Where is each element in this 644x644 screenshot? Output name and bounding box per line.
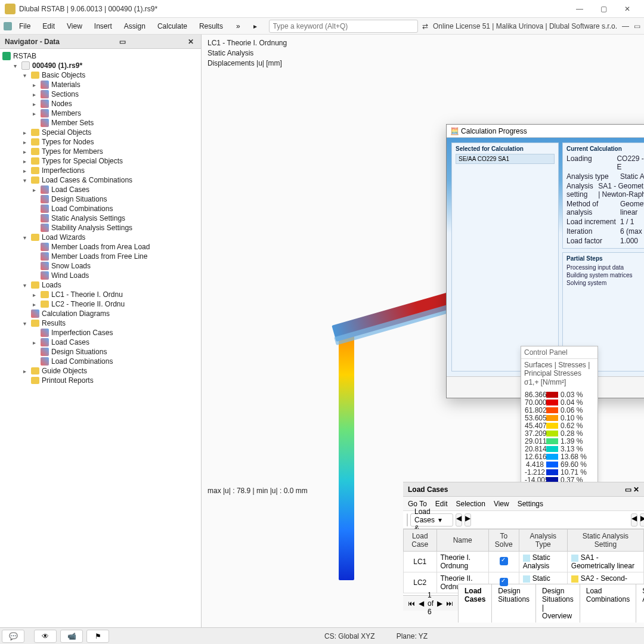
tree-item[interactable]: ▸Materials [1, 80, 200, 89]
toggle-icon[interactable]: ▸ [20, 129, 29, 136]
checkbox-icon[interactable] [500, 578, 508, 586]
toggle-icon[interactable]: ▸ [20, 148, 29, 155]
tree-item[interactable]: Imperfection Cases [1, 328, 200, 338]
dock-tab[interactable]: Design Situations [491, 584, 536, 623]
toggle-icon[interactable]: ▸ [20, 368, 29, 374]
toggle-icon[interactable]: ▸ [20, 139, 29, 145]
tree-item[interactable]: ▸Load Cases [1, 185, 200, 194]
dock-tab[interactable]: Load Combinations [580, 584, 636, 623]
dock-menu-selection[interactable]: Selection [456, 499, 485, 509]
tree-item[interactable]: ▾Load Wizards [1, 233, 200, 242]
tree-item[interactable]: ▸Guide Objects [1, 366, 200, 376]
tree-item[interactable]: ▾Results [1, 318, 200, 328]
nav-first-button[interactable]: ◀ [631, 513, 637, 527]
detach-icon[interactable]: ▭ [634, 22, 640, 30]
tree-item[interactable]: Member Loads from Area Load [1, 242, 200, 252]
toggle-icon[interactable]: ▾ [20, 234, 29, 241]
tree-item[interactable]: Load Combinations [1, 357, 200, 366]
page-first-button[interactable]: ⏮ [408, 599, 415, 608]
status-camera-icon[interactable]: 📹 [60, 630, 83, 643]
dock-menu-view[interactable]: View [494, 499, 509, 509]
status-chat-icon[interactable]: 💬 [2, 630, 24, 643]
toggle-icon[interactable]: ▾ [20, 72, 29, 79]
tree-item[interactable]: Load Combinations [1, 204, 200, 213]
toggle-icon[interactable]: ▸ [30, 110, 38, 117]
tree-item[interactable]: Calculation Diagrams [1, 309, 200, 318]
nav-last-button[interactable]: ▶ [640, 513, 644, 527]
navigator-close-icon[interactable]: ✕ [185, 38, 196, 46]
navigator-tree[interactable]: RSTAB ▾000490 (1).rs9* ▾Basic Objects▸Ma… [0, 49, 201, 627]
menu-edit[interactable]: Edit [36, 20, 61, 33]
toggle-icon[interactable]: ▾ [11, 63, 19, 69]
nav-prev-button[interactable]: ◀ [456, 513, 462, 527]
control-panel[interactable]: Control Panel Surfaces | Stresses | Prin… [521, 346, 598, 501]
tree-item[interactable]: ▸Sections [1, 89, 200, 99]
page-prev-button[interactable]: ◀ [419, 599, 424, 608]
tree-item[interactable]: ▸Nodes [1, 99, 200, 109]
tree-item[interactable]: Design Situations [1, 194, 200, 204]
toggle-icon[interactable]: ▸ [30, 82, 38, 88]
tree-item[interactable]: ▸LC2 - Theorie II. Ordnu [1, 299, 200, 309]
tree-item[interactable]: ▸LC1 - Theorie I. Ordnu [1, 290, 200, 299]
dock-tab[interactable]: Load Cases [458, 584, 492, 623]
toggle-icon[interactable]: ▾ [20, 320, 29, 327]
load-cases-selector[interactable]: Load Cases & … ▾ [410, 513, 453, 527]
toggle-icon[interactable]: ▸ [30, 187, 38, 193]
toggle-icon[interactable]: ▸ [30, 91, 38, 98]
toggle-icon[interactable]: ▸ [30, 292, 38, 298]
minimize-button[interactable]: — [568, 1, 592, 17]
tree-item[interactable]: Member Sets [1, 118, 200, 128]
toggle-icon[interactable]: ▸ [30, 301, 38, 308]
menu-results[interactable]: Results [193, 20, 229, 33]
dock-tab[interactable]: Static Ana [636, 584, 644, 623]
tree-item[interactable]: Member Loads from Free Line [1, 252, 200, 261]
work-area[interactable]: LC1 - Theorie I. Ordnung Static Analysis… [202, 35, 644, 627]
dock-menu-settings[interactable]: Settings [518, 499, 543, 509]
maximize-button[interactable]: ▢ [592, 1, 615, 17]
column-header[interactable]: Static Analysis Setting [567, 530, 643, 552]
column-header[interactable]: Load Case [404, 530, 437, 552]
column-header[interactable]: Analysis Type [519, 530, 567, 552]
tree-item[interactable]: ▸Members [1, 109, 200, 118]
dock-menu-edit[interactable]: Edit [435, 499, 448, 509]
toggle-icon[interactable]: ▸ [30, 101, 38, 107]
toggle-icon[interactable]: ▸ [30, 339, 38, 346]
status-view-icon[interactable]: 👁 [34, 630, 57, 643]
tree-item[interactable]: Wind Loads [1, 271, 200, 280]
menu-calculate[interactable]: Calculate [151, 20, 193, 33]
tree-item[interactable]: ▾Loads [1, 280, 200, 290]
tree-item[interactable]: ▸Types for Nodes [1, 137, 200, 147]
tree-item[interactable]: ▸Special Objects [1, 128, 200, 137]
toggle-icon[interactable]: ▸ [20, 168, 29, 174]
close-button[interactable]: ✕ [615, 1, 639, 17]
toolbar-icon[interactable] [407, 513, 408, 527]
tree-item[interactable]: ▾Basic Objects [1, 70, 200, 80]
column-header[interactable]: To Solve [488, 530, 519, 552]
toggle-icon[interactable]: ▸ [20, 158, 29, 165]
tree-item[interactable]: ▸Types for Members [1, 147, 200, 156]
menu-file[interactable]: File [13, 20, 36, 33]
dialog-header[interactable]: 🧮 Calculation Progress ? ✕ [447, 125, 644, 138]
column-header[interactable]: Name [436, 530, 488, 552]
tree-item[interactable]: Snow Loads [1, 261, 200, 271]
tree-item[interactable]: ▸Imperfections [1, 166, 200, 175]
menu-more[interactable]: » [230, 20, 246, 33]
selected-calc-row[interactable]: SE/AA CO229 SA1 [456, 154, 555, 164]
dock-tab[interactable]: Design Situations | Overview [535, 584, 580, 623]
tree-item[interactable]: Design Situations [1, 347, 200, 357]
tree-item[interactable]: Stability Analysis Settings [1, 223, 200, 233]
search-toggle-icon[interactable]: ⇄ [422, 22, 428, 30]
toggle-icon[interactable]: ▾ [20, 177, 29, 184]
restore-icon[interactable]: — [622, 22, 629, 30]
dock-close-icon[interactable]: ✕ [633, 485, 639, 494]
menu-dropdown-icon[interactable]: ▸ [247, 20, 263, 33]
tree-item[interactable]: Static Analysis Settings [1, 213, 200, 223]
tree-item[interactable]: Printout Reports [1, 376, 200, 385]
table-row[interactable]: LC1Theorie I. OrdnungStatic AnalysisSA1 … [404, 552, 644, 572]
toggle-icon[interactable]: ▾ [20, 282, 29, 289]
navigator-detach-icon[interactable]: ▭ [117, 38, 128, 46]
menu-view[interactable]: View [61, 20, 88, 33]
keyword-search[interactable] [269, 20, 418, 33]
tree-item[interactable]: ▾Load Cases & Combinations [1, 175, 200, 185]
page-last-button[interactable]: ⏭ [446, 599, 453, 608]
